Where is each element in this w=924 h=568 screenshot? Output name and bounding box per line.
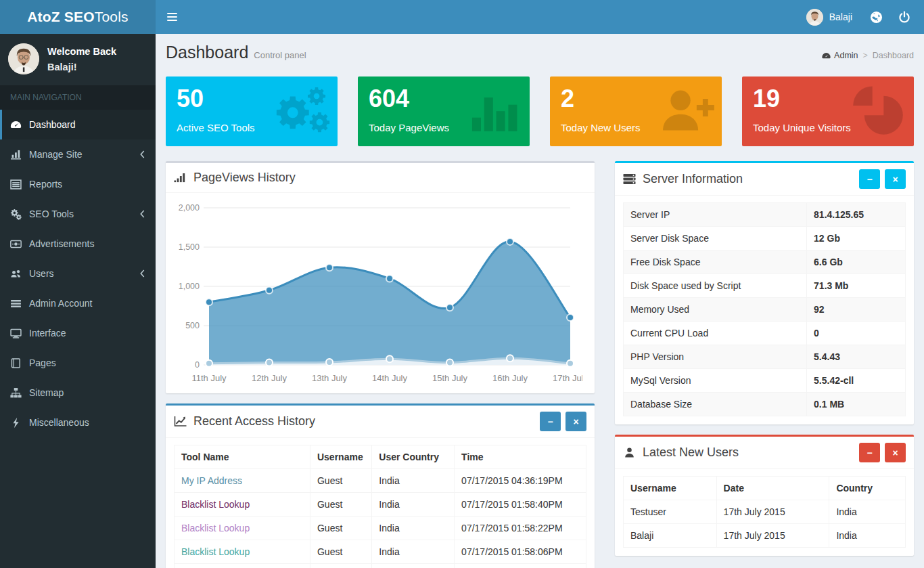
info-box-today-new-users: 2Today New Users — [550, 77, 722, 146]
tool-link[interactable]: Blacklist Lookup — [181, 499, 250, 510]
sidebar-item-reports[interactable]: Reports — [0, 169, 156, 199]
info-box-today-unique-visitors: 19Today Unique Visitors — [742, 77, 914, 146]
app-logo-light: Tools — [95, 9, 129, 25]
breadcrumb-home-link[interactable]: Admin — [822, 51, 858, 60]
close-button[interactable]: × — [565, 412, 586, 431]
box-title: Recent Access History — [193, 414, 315, 429]
sidebar-item-manage-site[interactable]: Manage Site — [0, 139, 156, 169]
tool-link[interactable]: Blacklist Lookup — [181, 546, 250, 557]
app-logo[interactable]: AtoZ SEOTools — [0, 0, 156, 34]
sidebar-item-sitemap[interactable]: Sitemap — [0, 378, 156, 408]
country-cell: India — [372, 540, 455, 564]
line-chart-icon — [174, 416, 187, 427]
svg-text:0: 0 — [195, 360, 200, 370]
sidebar-item-pages[interactable]: Pages — [0, 348, 156, 378]
latest-new-users-box: Latest New Users − × UsernameDateCountry… — [615, 435, 914, 556]
server-info-row: Server IP81.4.125.65 — [624, 203, 906, 227]
language-globe-button[interactable] — [862, 0, 890, 34]
username-cell: Guest — [310, 540, 371, 564]
server-info-label: PHP Version — [624, 345, 807, 369]
bar-chart-icon — [10, 149, 22, 160]
logout-power-button[interactable] — [890, 0, 919, 34]
country-cell: India — [372, 493, 455, 517]
dashboard-icon — [10, 119, 22, 131]
time-cell: 07/17/2015 01:58:22PM — [455, 517, 586, 540]
server-info-row: PHP Version5.4.43 — [624, 345, 906, 369]
sidebar-item-miscellaneous[interactable]: Miscellaneous — [0, 408, 156, 437]
svg-text:14th July: 14th July — [372, 373, 408, 383]
server-info-row: Current CPU Load0 — [624, 322, 906, 345]
chevron-left-icon — [139, 269, 145, 278]
column-header-time: Time — [455, 445, 586, 469]
column-header-date: Date — [716, 477, 829, 500]
server-info-value: 0.1 MB — [807, 393, 906, 416]
table-row: Blacklist LookupGuestIndia07/17/2015 01:… — [175, 540, 586, 564]
server-information-header: Server Information − × — [615, 163, 914, 196]
welcome-title: Welcome Back — [47, 46, 116, 57]
pageviews-history-header: PageViews History — [166, 163, 595, 193]
sidebar-item-dashboard[interactable]: Dashboard — [0, 110, 156, 139]
svg-text:12th July: 12th July — [252, 373, 287, 383]
server-info-value: 5.4.43 — [807, 345, 906, 369]
tool-link[interactable]: Blacklist Lookup — [181, 523, 250, 533]
gears-icon — [273, 85, 331, 136]
user-icon — [623, 447, 636, 458]
recent-access-header: Recent Access History − × — [166, 406, 595, 438]
country-cell: India — [372, 517, 455, 540]
box-title: Latest New Users — [643, 445, 739, 460]
column-header-user-country: User Country — [372, 445, 455, 469]
info-box-row: 50Active SEO Tools604Today PageViews2Tod… — [166, 77, 914, 146]
time-cell: 07/17/2015 01:58:40PM — [455, 493, 586, 517]
server-info-label: Disk Space used by Script — [624, 274, 807, 298]
sidebar-item-label: Users — [29, 268, 54, 279]
sidebar-user-panel: Welcome Back Balaji! — [0, 34, 156, 85]
desktop-icon — [10, 328, 22, 339]
sidebar-item-interface[interactable]: Interface — [0, 318, 156, 348]
avatar-image — [8, 43, 39, 74]
svg-text:17th July: 17th July — [553, 373, 582, 383]
svg-text:15th July: 15th July — [432, 373, 468, 383]
breadcrumb-separator: > — [863, 51, 868, 60]
server-info-row: Memory Used92 — [624, 298, 906, 322]
avatar — [8, 43, 39, 74]
sidebar-nav: DashboardManage SiteReportsSEO ToolsAdve… — [0, 110, 156, 437]
chevron-left-icon — [139, 210, 145, 218]
box-title: PageViews History — [193, 171, 296, 185]
collapse-button[interactable]: − — [540, 412, 561, 431]
info-box-active-seo-tools: 50Active SEO Tools — [166, 77, 338, 146]
table-row: Keyword Density CheckerGuestIndia07/17/2… — [175, 564, 586, 568]
topbar-username: Balaji — [829, 12, 852, 22]
country-cell: India — [372, 564, 455, 568]
collapse-button[interactable]: − — [859, 169, 880, 189]
sidebar-item-advertisements[interactable]: Advertisements — [0, 229, 156, 259]
page-subtitle: Control panel — [254, 50, 306, 60]
chevron-left-icon — [139, 150, 145, 158]
server-info-value: 5.5.42-cll — [807, 369, 906, 393]
account-list-icon — [10, 298, 22, 309]
sidebar-item-admin-account[interactable]: Admin Account — [0, 288, 156, 318]
sidebar-item-seo-tools[interactable]: SEO Tools — [0, 199, 156, 229]
sidebar-item-label: Sitemap — [29, 387, 64, 398]
server-info-label: Current CPU Load — [624, 322, 807, 345]
server-info-row: Disk Space used by Script71.3 Mb — [624, 274, 906, 298]
server-info-row: Server Disk Space12 Gb — [624, 227, 906, 250]
table-row: Balaji17th July 2015India — [624, 524, 906, 548]
server-info-value: 6.6 Gb — [807, 250, 906, 274]
time-cell: 07/17/2015 01:57:45PM — [455, 564, 586, 568]
tool-link[interactable]: My IP Address — [181, 475, 242, 486]
sidebar-item-label: Reports — [29, 179, 62, 190]
breadcrumb: Admin > Dashboard — [822, 51, 914, 60]
close-button[interactable]: × — [885, 443, 906, 462]
svg-text:1,500: 1,500 — [179, 242, 200, 252]
sidebar-item-users[interactable]: Users — [0, 259, 156, 288]
sidebar-item-label: Interface — [29, 328, 66, 338]
user-menu[interactable]: Balaji — [797, 0, 862, 34]
sidebar-toggle-button[interactable] — [156, 0, 188, 34]
close-button[interactable]: × — [885, 169, 906, 189]
collapse-button[interactable]: − — [859, 443, 880, 462]
time-cell: 07/17/2015 01:58:06PM — [455, 540, 586, 564]
username-cell: Guest — [310, 469, 371, 493]
sitemap-icon — [10, 387, 22, 399]
server-info-value: 0 — [807, 322, 906, 345]
report-list-icon — [10, 179, 22, 190]
